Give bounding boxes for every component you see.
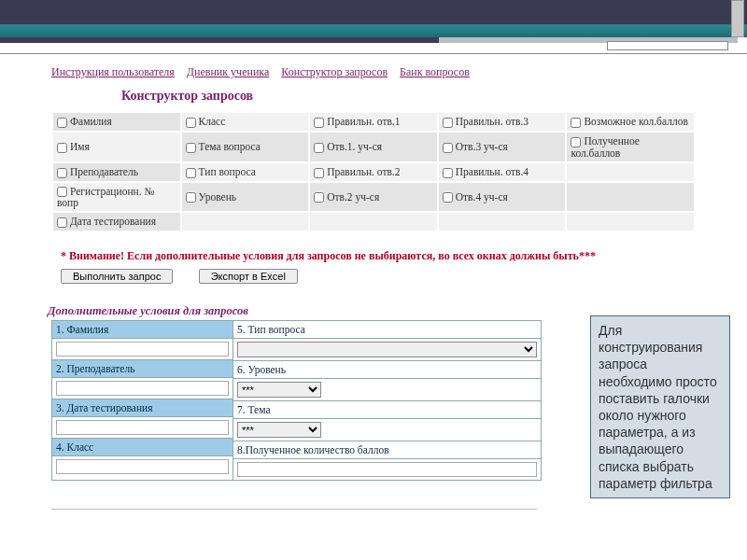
lbl-regnum: Регистрационн. № вопр [57, 186, 154, 209]
empty-cell [438, 212, 567, 231]
chk-name[interactable] [57, 143, 67, 153]
window-top-bar [0, 0, 747, 26]
divider [51, 509, 537, 510]
under-band [0, 37, 747, 54]
cond-h1: 1. Фамилия [52, 321, 233, 339]
chk-sa3[interactable] [443, 143, 453, 153]
chk-level[interactable] [186, 192, 196, 203]
empty-cell [566, 212, 695, 231]
chk-topic[interactable] [186, 143, 196, 153]
lbl-teacher: Преподаватель [70, 166, 138, 177]
lbl-level: Уровень [199, 191, 237, 203]
cond-teacher-input[interactable] [56, 381, 229, 396]
cond-score-input[interactable] [237, 462, 537, 477]
chk-ans3[interactable] [443, 118, 453, 128]
run-query-button[interactable]: Выполнить запрос [61, 269, 173, 284]
page-title: Конструктор запросов [121, 89, 696, 104]
lbl-sa1: Отв.1. уч-ся [327, 141, 382, 152]
nav-links: Инструкция пользователя Дневник ученика … [51, 65, 696, 79]
chk-score[interactable] [571, 137, 581, 147]
cond-h7: 7. Тема [233, 401, 541, 419]
cond-h5: 5. Тип вопроса [233, 321, 541, 339]
lbl-sa3: Отв.3 уч-ся [456, 141, 508, 152]
chk-maxscore[interactable] [571, 118, 581, 128]
empty-cell [181, 212, 310, 231]
chk-lastname[interactable] [57, 118, 67, 128]
chk-sa4[interactable] [443, 192, 453, 203]
cond-h2: 2. Преподаватель [52, 360, 233, 378]
chk-class[interactable] [186, 118, 196, 128]
cond-class-input[interactable] [56, 459, 229, 474]
chk-teacher[interactable] [57, 168, 67, 178]
params-grid: Фамилия Класс Правильн. отв.1 Правильн. … [51, 111, 696, 232]
chk-regnum[interactable] [57, 187, 67, 197]
lbl-ans1: Правильн. отв.1 [327, 116, 400, 127]
empty-cell [566, 162, 695, 182]
export-excel-button[interactable]: Экспорт в Excel [199, 269, 298, 284]
nav-builder[interactable]: Конструктор запросов [281, 65, 388, 78]
cond-level-select[interactable]: *** [237, 382, 321, 398]
lbl-class: Класс [199, 116, 226, 127]
lbl-qtype: Тип вопроса [199, 166, 256, 177]
lbl-lastname: Фамилия [70, 116, 112, 127]
cond-date-input[interactable] [56, 420, 229, 435]
cond-qtype-select[interactable] [237, 342, 537, 357]
empty-cell [309, 212, 438, 231]
cond-lastname-input[interactable] [56, 342, 229, 357]
nav-diary[interactable]: Дневник ученика [187, 65, 269, 78]
chk-date[interactable] [57, 217, 67, 228]
lbl-score: Полученное кол.баллов [571, 135, 640, 159]
cond-h8: 8.Полученное количество баллов [233, 441, 541, 459]
lbl-name: Имя [70, 141, 90, 152]
nav-instruction[interactable]: Инструкция пользователя [51, 65, 175, 78]
lbl-sa2: Отв.2 уч-ся [327, 191, 379, 203]
chk-ans2[interactable] [314, 168, 324, 178]
warning-text: * Внимание! Если дополнительные условия … [61, 249, 696, 263]
cond-h6: 6. Уровень [233, 361, 541, 379]
lbl-date: Дата тестирования [70, 216, 156, 227]
empty-cell [566, 182, 695, 213]
lbl-maxscore: Возможное кол.баллов [584, 116, 687, 127]
help-callout: Для конструирования запроса необходимо п… [590, 315, 730, 498]
chk-sa2[interactable] [314, 192, 324, 203]
chk-ans4[interactable] [443, 168, 453, 178]
cond-topic-select[interactable]: *** [237, 422, 321, 438]
chk-sa1[interactable] [314, 143, 324, 153]
cond-h3: 3. Дата тестирования [52, 399, 233, 417]
nav-bank[interactable]: Банк вопросов [400, 65, 470, 78]
chk-ans1[interactable] [314, 118, 324, 128]
header-stripe [0, 26, 747, 37]
lbl-ans4: Правильн. отв.4 [456, 166, 529, 177]
lbl-ans2: Правильн. отв.2 [327, 166, 400, 177]
lbl-sa4: Отв.4 уч-ся [456, 191, 508, 203]
lbl-topic: Тема вопроса [199, 141, 261, 152]
scrollbar[interactable] [731, 0, 744, 37]
chk-qtype[interactable] [186, 168, 196, 178]
cond-h4: 4. Класс [52, 439, 233, 456]
lbl-ans3: Правильн. отв.3 [456, 116, 529, 127]
